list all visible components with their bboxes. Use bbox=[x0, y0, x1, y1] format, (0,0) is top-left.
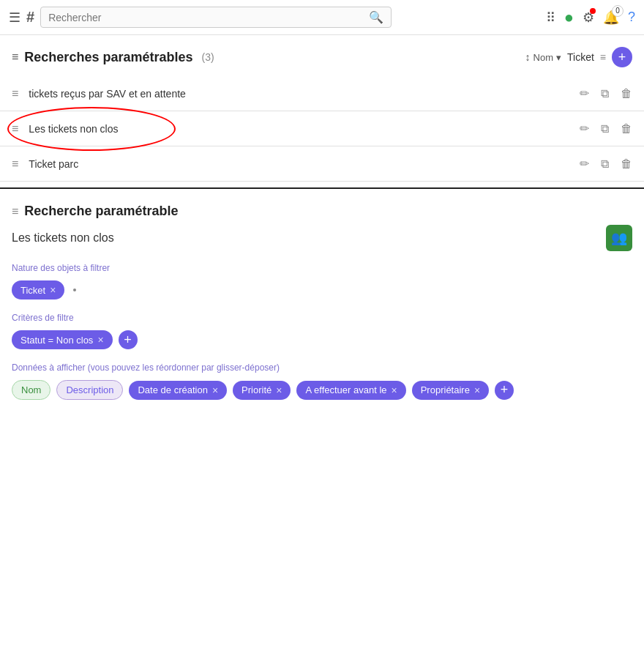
people-icon: 👥 bbox=[611, 230, 627, 246]
hamburger-icon[interactable]: ☰ bbox=[9, 10, 20, 26]
section-filter-icon: ≡ bbox=[12, 51, 18, 64]
edit-button[interactable]: ✏ bbox=[580, 86, 589, 100]
item-name: Les tickets non clos bbox=[29, 123, 580, 135]
data-chip-date: Date de création × bbox=[129, 381, 227, 400]
section-title-area: ≡ Recherches paramétrables (3) bbox=[12, 50, 214, 65]
add-search-button[interactable]: + bbox=[612, 47, 632, 67]
criteria-chips: Statut = Non clos × + bbox=[12, 330, 632, 349]
copy-button[interactable]: ⧉ bbox=[601, 122, 609, 135]
chip-label-proprietaire: Propriétaire bbox=[421, 384, 470, 395]
edit-button[interactable]: ✏ bbox=[580, 122, 589, 135]
item-name: tickets reçus par SAV et en attente bbox=[29, 88, 580, 100]
data-chip-description: Description bbox=[56, 380, 123, 400]
item-filter-icon: ≡ bbox=[12, 157, 18, 171]
chip-label-priorite: Priorité bbox=[242, 384, 272, 395]
sort-chevron-icon: ▾ bbox=[556, 52, 561, 63]
data-chips: Nom Description Date de création × Prior… bbox=[12, 380, 632, 400]
edit-button[interactable]: ✏ bbox=[580, 157, 589, 171]
copy-button[interactable]: ⧉ bbox=[601, 87, 609, 100]
nature-section: Nature des objets à filtrer Ticket × bbox=[12, 263, 632, 300]
top-section: ≡ Recherches paramétrables (3) ↕ Nom ▾ T… bbox=[0, 35, 644, 189]
data-chip-effectuer: A effectuer avant le × bbox=[296, 381, 405, 400]
nature-chip-close[interactable]: × bbox=[50, 284, 56, 296]
criteria-chip-close[interactable]: × bbox=[97, 334, 103, 346]
list-item: ≡ Les tickets non clos ✏ ⧉ 🗑 bbox=[0, 111, 644, 146]
search-bar: 🔍 bbox=[40, 7, 392, 28]
filter-lines-icon: ≡ bbox=[600, 51, 606, 63]
navbar-right: ⠿ ● ⚙ 🔔 0 ? bbox=[546, 8, 635, 27]
list-item: ≡ Ticket parc ✏ ⧉ 🗑 bbox=[0, 146, 644, 182]
add-criteria-button[interactable]: + bbox=[119, 330, 138, 349]
chip-label-nom: Nom bbox=[21, 384, 41, 395]
item-actions: ✏ ⧉ 🗑 bbox=[580, 122, 632, 135]
record-name-text: Les tickets non clos bbox=[12, 231, 114, 245]
chip-label-description: Description bbox=[66, 384, 113, 395]
bottom-section-title-text: Recherche paramétrable bbox=[24, 204, 178, 219]
sort-button[interactable]: ↕ Nom ▾ bbox=[525, 51, 561, 63]
chip-label-effectuer: A effectuer avant le bbox=[305, 384, 386, 395]
data-chip-priorite: Priorité × bbox=[233, 381, 291, 400]
item-filter-icon: ≡ bbox=[12, 87, 18, 100]
data-chip-nom: Nom bbox=[12, 380, 50, 400]
data-display-section: Données à afficher (vous pouvez les réor… bbox=[12, 362, 632, 400]
main-content: ≡ Recherches paramétrables (3) ↕ Nom ▾ T… bbox=[0, 35, 644, 428]
sort-label: Nom bbox=[533, 52, 553, 63]
item-name: Ticket parc bbox=[29, 158, 580, 170]
notification-badge: 0 bbox=[612, 5, 624, 17]
criteria-chip-label: Statut = Non clos bbox=[20, 335, 93, 346]
nature-chip-label: Ticket bbox=[20, 285, 45, 296]
data-chip-proprietaire: Propriétaire × bbox=[412, 381, 489, 400]
search-input[interactable] bbox=[48, 12, 364, 23]
navbar-left: ☰ # bbox=[9, 9, 34, 26]
item-filter-icon: ≡ bbox=[12, 122, 18, 135]
user-status-icon[interactable]: ● bbox=[564, 8, 574, 27]
copy-button[interactable]: ⧉ bbox=[601, 157, 609, 171]
bottom-title: ≡ Recherche paramétrable bbox=[12, 204, 632, 219]
criteria-section: Critères de filtre Statut = Non clos × + bbox=[12, 313, 632, 349]
nature-chips: Ticket × bbox=[12, 280, 632, 300]
list-item: ≡ tickets reçus par SAV et en attente ✏ … bbox=[0, 76, 644, 111]
data-chip-proprietaire-close[interactable]: × bbox=[474, 384, 480, 396]
chip-label-date: Date de création bbox=[138, 384, 207, 395]
help-icon[interactable]: ? bbox=[628, 10, 635, 25]
section-header: ≡ Recherches paramétrables (3) ↕ Nom ▾ T… bbox=[0, 35, 644, 76]
dot-separator bbox=[73, 289, 76, 291]
item-actions: ✏ ⧉ 🗑 bbox=[580, 157, 632, 171]
data-chip-effectuer-close[interactable]: × bbox=[392, 384, 397, 396]
gear-badge bbox=[590, 8, 596, 14]
criteria-label: Critères de filtre bbox=[12, 313, 632, 323]
logo-icon[interactable]: # bbox=[26, 9, 34, 26]
search-icon[interactable]: 🔍 bbox=[369, 10, 383, 24]
ticket-filter-button[interactable]: Ticket ≡ bbox=[567, 51, 606, 63]
data-chip-priorite-close[interactable]: × bbox=[276, 384, 282, 396]
sort-icon: ↕ bbox=[525, 51, 531, 63]
criteria-chip: Statut = Non clos × bbox=[12, 330, 113, 349]
bottom-section: ≡ Recherche paramétrable Les tickets non… bbox=[0, 189, 644, 428]
nature-chip: Ticket × bbox=[12, 280, 64, 300]
people-icon-button[interactable]: 👥 bbox=[606, 225, 632, 251]
section-title: Recherches paramétrables bbox=[24, 50, 192, 65]
add-data-chip-button[interactable]: + bbox=[495, 381, 514, 400]
item-actions: ✏ ⧉ 🗑 bbox=[580, 86, 632, 100]
delete-button[interactable]: 🗑 bbox=[621, 157, 632, 171]
grid-icon[interactable]: ⠿ bbox=[546, 10, 555, 26]
ticket-filter-label: Ticket bbox=[567, 51, 594, 63]
delete-button[interactable]: 🗑 bbox=[621, 87, 632, 100]
section-actions: ↕ Nom ▾ Ticket ≡ + bbox=[525, 47, 632, 67]
delete-button[interactable]: 🗑 bbox=[621, 122, 632, 135]
nature-label: Nature des objets à filtrer bbox=[12, 263, 632, 273]
top-navbar: ☰ # 🔍 ⠿ ● ⚙ 🔔 0 ? bbox=[0, 0, 644, 35]
data-display-label: Données à afficher (vous pouvez les réor… bbox=[12, 362, 632, 373]
gear-wrapper: ⚙ bbox=[583, 10, 594, 26]
notification-wrapper: 🔔 0 bbox=[603, 10, 619, 26]
bottom-filter-icon: ≡ bbox=[12, 205, 18, 218]
record-name: Les tickets non clos 👥 bbox=[12, 225, 632, 251]
section-count: (3) bbox=[201, 51, 214, 63]
data-chip-date-close[interactable]: × bbox=[212, 384, 218, 396]
